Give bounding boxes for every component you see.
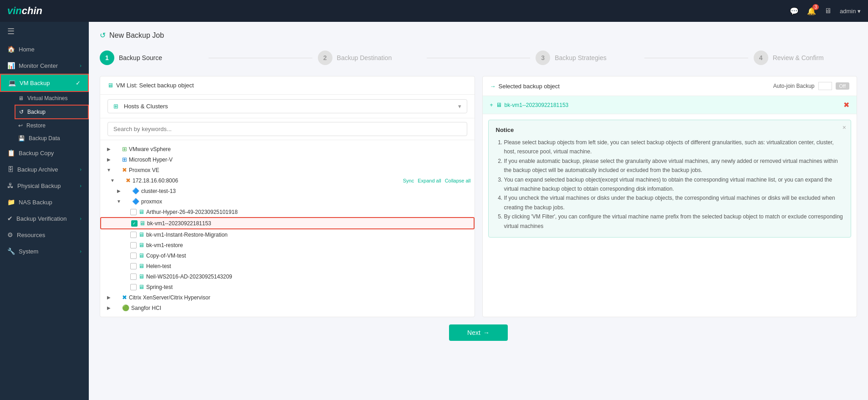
sidebar-item-backup-copy[interactable]: 📋 Backup Copy	[0, 145, 89, 161]
node-icon: 🔷	[132, 198, 139, 205]
message-icon[interactable]: 💬	[790, 7, 799, 15]
tree-actions: Sync Expand all Collapse all	[403, 178, 471, 183]
step-1-label: Backup Source	[119, 54, 162, 61]
tree-item-hyperv[interactable]: ▶ ⊞ Microsoft Hyper-V	[100, 154, 475, 165]
chevron-down-icon: ▾	[458, 103, 461, 110]
backup-copy-icon: 📋	[7, 149, 15, 157]
auto-join-input[interactable]	[818, 82, 832, 90]
sidebar-item-label: NAS Backup	[19, 199, 52, 206]
tree-item-bk-vm1-restore[interactable]: 🖥 bk-vm1-restore	[100, 240, 475, 250]
sidebar-item-monitor[interactable]: 📊 Monitor Center ›	[0, 57, 89, 74]
vm-checkbox-checked[interactable]: ✓	[131, 220, 138, 227]
tree-item-neil[interactable]: 🖥 Neil-WS2016-AD-20230925143209	[100, 271, 475, 282]
expand-all-action[interactable]: Expand all	[418, 178, 441, 183]
vm-checkbox[interactable]	[130, 273, 137, 280]
notification-badge: 3	[812, 4, 819, 10]
monitor-icon[interactable]: 🖥	[824, 7, 832, 15]
tree-item-label: VMware vSphere	[129, 146, 471, 152]
sidebar-item-backup-verification[interactable]: ✔ Backup Verification ›	[0, 210, 89, 227]
toggle-off[interactable]: Off	[836, 82, 849, 90]
tree-item-bk-vm1-instant[interactable]: 🖥 bk-vm1-Instant-Restore-Migration	[100, 229, 475, 240]
notice-item-1: Please select backup objects from left s…	[504, 138, 844, 157]
selected-item-label: bk-vm1--20230922181153	[505, 102, 569, 108]
sidebar-item-physical-backup[interactable]: 🖧 Physical Backup ›	[0, 177, 89, 194]
sidebar-item-label: Backup Archive	[17, 166, 58, 173]
next-button[interactable]: Next →	[449, 324, 508, 341]
sidebar-item-restore[interactable]: ↩ Restore	[15, 119, 89, 132]
right-header-right: Auto-join Backup Off	[773, 82, 849, 90]
tree-item-sangfor[interactable]: ▶ 🟢 Sangfor HCI	[100, 303, 475, 313]
tree-item-prox-host[interactable]: ▼ ✖ 172.18.16.60:8006 Sync Expand all Co…	[100, 175, 475, 186]
sidebar-item-home[interactable]: 🏠 Home	[0, 41, 89, 57]
step-3-label: Backup Strategies	[555, 54, 607, 61]
sidebar-item-virtual-machines[interactable]: 🖥 Virtual Machines	[15, 92, 89, 105]
bell-icon[interactable]: 🔔 3	[807, 7, 816, 15]
sidebar-item-label: Backup Verification	[16, 215, 67, 222]
vm-icon: 🖥	[138, 242, 144, 248]
chevron-right-icon5: ›	[80, 248, 82, 254]
right-header-left: → Selected backup object	[490, 83, 560, 90]
tree-item-spring[interactable]: 🖥 Spring-test	[100, 282, 475, 292]
vm-checkbox[interactable]	[130, 232, 137, 238]
dropdown-bar: ⊞ Hosts & Clusters ▾	[100, 95, 475, 118]
tree-item-proxmox[interactable]: ▼ ✖ Proxmox VE	[100, 165, 475, 175]
collapse-all-action[interactable]: Collapse all	[445, 178, 471, 183]
sidebar-item-label: System	[19, 248, 38, 255]
backup-data-icon: 💾	[18, 135, 25, 142]
vmware-icon: ⊞	[122, 146, 127, 152]
backup-verification-icon: ✔	[7, 215, 13, 222]
tree-item-helen[interactable]: 🖥 Helen-test	[100, 261, 475, 271]
hosts-clusters-icon: ⊞	[113, 103, 118, 110]
remove-selected-button[interactable]: ✖	[843, 101, 849, 109]
tree-item-arthur[interactable]: 🖥 Arthur-Hyper-26-49-20230925101918	[100, 207, 475, 217]
sidebar-item-backup-archive[interactable]: 🗄 Backup Archive ›	[0, 161, 89, 177]
notice-list: Please select backup objects from left s…	[496, 138, 844, 231]
sidebar-item-label: VM Backup	[20, 80, 50, 86]
search-input[interactable]	[107, 122, 467, 136]
vm-checkbox[interactable]	[130, 242, 137, 248]
expand-icon: ▶	[116, 188, 122, 193]
monitor-center-icon: 📊	[7, 62, 15, 69]
notice-close-button[interactable]: ×	[842, 124, 846, 131]
vm-checkbox[interactable]	[130, 209, 137, 215]
vm-checkbox[interactable]	[130, 253, 137, 259]
sidebar-item-backup[interactable]: ↺ Backup	[15, 105, 89, 119]
sidebar-item-label: Monitor Center	[19, 62, 58, 69]
sidebar-item-system[interactable]: 🔧 System ›	[0, 243, 89, 259]
page-title-text: New Backup Job	[109, 31, 164, 40]
checkmark-icon: ✓	[76, 80, 81, 86]
sidebar-item-vm-backup[interactable]: 💻 VM Backup ✓	[0, 74, 89, 92]
vm-checkbox[interactable]	[130, 263, 137, 269]
tree-item-vmware[interactable]: ▶ ⊞ VMware vSphere	[100, 144, 475, 154]
sidebar-item-label: Resources	[17, 232, 45, 238]
hosts-clusters-dropdown[interactable]: ⊞ Hosts & Clusters ▾	[107, 99, 467, 113]
sidebar-item-label: Backup Data	[29, 135, 60, 142]
tree-item-label: Neil-WS2016-AD-20230925143209	[146, 273, 471, 280]
vm-checkbox[interactable]	[130, 284, 137, 290]
hyperv-icon: ⊞	[122, 156, 127, 163]
step-4-label: Review & Confirm	[773, 54, 824, 61]
sidebar-item-backup-data[interactable]: 💾 Backup Data	[15, 132, 89, 145]
restore-icon: ↩	[18, 122, 23, 129]
proxmox-icon: ✖	[122, 167, 127, 173]
sync-action[interactable]: Sync	[403, 178, 414, 183]
tree-item-label: bk-vm1-restore	[146, 242, 471, 248]
sidebar-item-label: Backup	[27, 109, 46, 115]
backup-archive-icon: 🗄	[7, 166, 14, 173]
tree-item-cluster[interactable]: ▶ 🔷 cluster-test-13	[100, 186, 475, 196]
vm-selected-icon: 🖥	[139, 220, 145, 227]
tree-item-label: Helen-test	[146, 263, 471, 269]
sidebar-item-nas-backup[interactable]: 📁 NAS Backup	[0, 194, 89, 210]
tree-item-copy-vm[interactable]: 🖥 Copy-of-VM-test	[100, 250, 475, 261]
tree-item-proxmox-node[interactable]: ▼ 🔷 proxmox	[100, 196, 475, 207]
next-label: Next	[467, 329, 480, 336]
sidebar-toggle[interactable]: ☰	[0, 22, 89, 41]
search-bar	[100, 118, 475, 140]
user-menu[interactable]: admin ▾	[840, 8, 861, 15]
tree-item-label: Arthur-Hyper-26-49-20230925101918	[146, 209, 471, 215]
expand-icon: ▼	[106, 167, 112, 172]
tree-item-bk-vm1[interactable]: ✓ 🖥 bk-vm1--20230922181153	[100, 217, 475, 229]
sidebar-item-resources[interactable]: ⚙ Resources	[0, 227, 89, 243]
tree-item-label: Copy-of-VM-test	[146, 253, 471, 259]
tree-item-citrix[interactable]: ▶ ✖ Citrix XenServer/Citrix Hypervisor	[100, 292, 475, 303]
